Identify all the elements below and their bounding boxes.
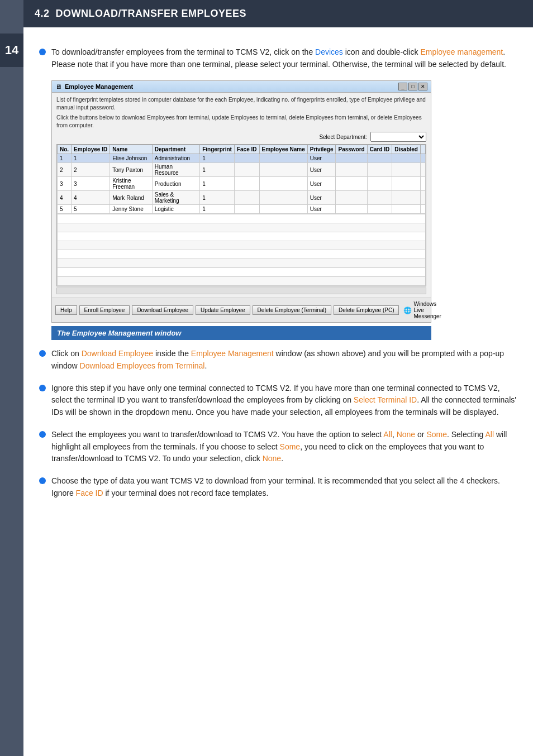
section-title: DOWNLOAD/TRANSFER EMPLOYEES bbox=[56, 8, 247, 19]
bullet-item-2: Click on Download Employee inside the Em… bbox=[39, 348, 517, 372]
col-fingerprint: Fingerprint bbox=[200, 145, 235, 154]
bullet-icon-4 bbox=[39, 431, 46, 438]
window-body: List of fingerprint templates stored in … bbox=[52, 93, 431, 298]
col-name: Name bbox=[110, 145, 153, 154]
all-link[interactable]: All bbox=[383, 430, 392, 439]
taskbar-label: Windows Live Messenger bbox=[413, 301, 441, 319]
enroll-employee-button[interactable]: Enroll Employee bbox=[79, 305, 130, 315]
window-title: Employee Management bbox=[65, 83, 133, 90]
employee-management-link[interactable]: Employee management bbox=[420, 47, 503, 56]
window-desc2: Click the buttons below to download Empl… bbox=[56, 114, 426, 130]
col-password: Password bbox=[336, 145, 367, 154]
close-button[interactable]: ✕ bbox=[418, 83, 427, 90]
bullet-icon-1 bbox=[39, 49, 46, 55]
select-dept-row: Select Department: bbox=[56, 132, 426, 142]
select-dept-dropdown[interactable] bbox=[370, 132, 426, 142]
table-row bbox=[58, 223, 426, 232]
help-button[interactable]: Help bbox=[55, 305, 77, 315]
download-employee-button[interactable]: Download Employee bbox=[132, 305, 193, 315]
content-body: To download/transfer employees from the … bbox=[23, 41, 533, 520]
table-row: 44Mark RolandSales & Marketing1User bbox=[58, 191, 426, 205]
section-number: 4.2 bbox=[35, 8, 50, 19]
table-row bbox=[58, 214, 426, 223]
delete-terminal-button[interactable]: Delete Employee (Terminal) bbox=[253, 305, 331, 315]
all-link2[interactable]: All bbox=[485, 430, 494, 439]
table-row bbox=[58, 259, 426, 268]
bullet-text-3: Ignore this step if you have only one te… bbox=[51, 382, 517, 419]
delete-pc-button[interactable]: Delete Employee (PC) bbox=[334, 305, 399, 315]
col-privilege: Privilege bbox=[307, 145, 336, 154]
bullet-icon-5 bbox=[39, 477, 46, 484]
bullet-text-1: To download/transfer employees from the … bbox=[51, 46, 517, 70]
restore-button[interactable]: □ bbox=[408, 83, 417, 90]
table-row: 22Tony PaxtonHuman Resource1User bbox=[58, 163, 426, 177]
section-header: 4.2 DOWNLOAD/TRANSFER EMPLOYEES bbox=[23, 0, 533, 27]
minimize-button[interactable]: _ bbox=[398, 83, 407, 90]
table-row: 55Jenny StoneLogistic1User bbox=[58, 205, 426, 214]
employee-table: No. Employee ID Name Department Fingerpr… bbox=[57, 145, 426, 214]
col-no: No. bbox=[58, 145, 72, 154]
table-header-row: No. Employee ID Name Department Fingerpr… bbox=[58, 145, 426, 154]
emp-management-window: 🖥 Employee Management _ □ ✕ List of fing… bbox=[51, 80, 431, 323]
table-row bbox=[58, 250, 426, 259]
none-link[interactable]: None bbox=[397, 430, 415, 439]
bullet-text-5: Choose the type of data you want TCMS V2… bbox=[51, 475, 517, 499]
employee-table-wrapper: No. Employee ID Name Department Fingerpr… bbox=[56, 144, 426, 286]
col-emp-name: Employee Name bbox=[259, 145, 307, 154]
window-titlebar: 🖥 Employee Management _ □ ✕ bbox=[52, 81, 431, 93]
employee-table-extra bbox=[57, 214, 426, 286]
some-link2[interactable]: Some bbox=[280, 442, 301, 451]
bullet-item-3: Ignore this step if you have only one te… bbox=[39, 382, 517, 419]
bullet-icon-2 bbox=[39, 350, 46, 357]
table-row: 33Kristine FreemanProduction1User bbox=[58, 177, 426, 191]
main-content: 4.2 DOWNLOAD/TRANSFER EMPLOYEES To downl… bbox=[23, 0, 533, 756]
window-desc1: List of fingerprint templates stored in … bbox=[56, 96, 426, 112]
col-disabled: Disabled bbox=[392, 145, 421, 154]
update-employee-button[interactable]: Update Employee bbox=[196, 305, 250, 315]
table-row bbox=[58, 232, 426, 241]
bullet-item-1: To download/transfer employees from the … bbox=[39, 46, 517, 70]
download-from-terminal-link[interactable]: Download Employees from Terminal bbox=[80, 361, 205, 370]
col-scroll bbox=[420, 145, 425, 154]
table-row: 11Elise JohnsonAdministration1User bbox=[58, 154, 426, 163]
face-id-link[interactable]: Face ID bbox=[76, 489, 103, 497]
col-face-id: Face ID bbox=[234, 145, 259, 154]
col-dept: Department bbox=[152, 145, 199, 154]
devices-link[interactable]: Devices bbox=[315, 47, 343, 56]
some-link[interactable]: Some bbox=[426, 430, 447, 439]
table-row bbox=[58, 268, 426, 277]
window-controls: _ □ ✕ bbox=[398, 83, 427, 90]
select-terminal-id-link[interactable]: Select Terminal ID bbox=[354, 395, 417, 404]
emp-management-link[interactable]: Employee Management bbox=[191, 349, 274, 358]
bullet-text-4: Select the employees you want to transfe… bbox=[51, 429, 517, 465]
window-footer: Help Enroll Employee Download Employee U… bbox=[52, 298, 431, 322]
table-row bbox=[58, 277, 426, 286]
bullet-item-4: Select the employees you want to transfe… bbox=[39, 429, 517, 465]
page-number: 14 bbox=[0, 34, 23, 67]
sidebar: 14 bbox=[0, 0, 23, 756]
bullet-text-2: Click on Download Employee inside the Em… bbox=[51, 348, 517, 372]
col-emp-id: Employee ID bbox=[72, 145, 110, 154]
download-employee-link[interactable]: Download Employee bbox=[82, 349, 153, 358]
none-link2[interactable]: None bbox=[263, 454, 281, 463]
emp-window-caption: The Employee Management window bbox=[51, 326, 431, 340]
table-row bbox=[58, 241, 426, 250]
select-dept-label: Select Department: bbox=[319, 134, 367, 140]
bullet-item-5: Choose the type of data you want TCMS V2… bbox=[39, 475, 517, 499]
col-card-id: Card ID bbox=[367, 145, 392, 154]
bullet-icon-3 bbox=[39, 385, 46, 391]
